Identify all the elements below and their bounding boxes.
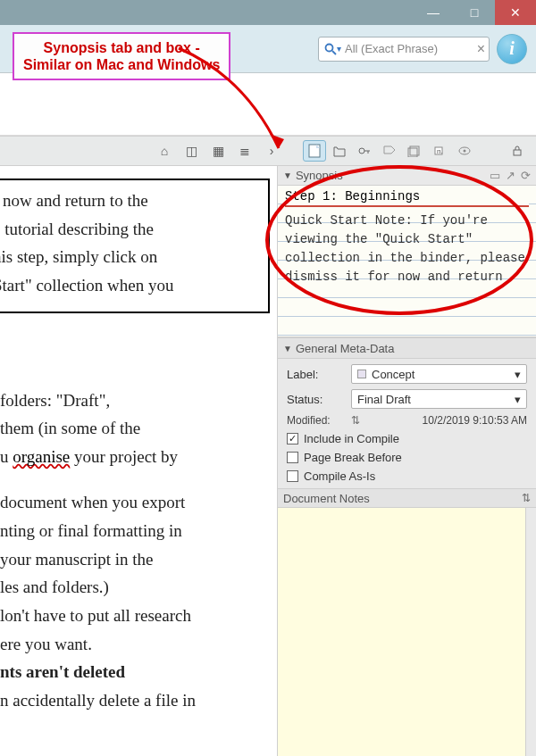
label-swatch-icon bbox=[357, 370, 366, 378]
snapshot-tab[interactable] bbox=[328, 140, 351, 162]
search-placeholder: All (Exact Phrase) bbox=[341, 42, 477, 55]
close-button[interactable]: ✕ bbox=[495, 0, 536, 25]
view-tab[interactable] bbox=[453, 140, 476, 162]
custom-meta-tab[interactable]: n. bbox=[428, 140, 451, 162]
editor-line: lon't have to put all research bbox=[0, 604, 270, 627]
toolbar-gap bbox=[0, 73, 536, 136]
document-notes-label: Document Notes bbox=[283, 492, 370, 505]
editor-pane[interactable]: r now and return to the e tutorial descr… bbox=[0, 166, 277, 756]
synopsis-header[interactable]: ▼ Synopsis ▭ ↗ ⟳ bbox=[278, 166, 536, 186]
disclosure-triangle-icon[interactable]: ▼ bbox=[283, 344, 292, 353]
status-label: Status: bbox=[287, 393, 344, 406]
editor-line: folders: "Draft", bbox=[0, 389, 270, 412]
svg-point-0 bbox=[326, 44, 333, 51]
synopsis-header-label: Synopsis bbox=[296, 169, 343, 182]
editor-line: document when you export bbox=[0, 491, 270, 514]
inspector-pane: ▼ Synopsis ▭ ↗ ⟳ Step 1: Beginnings Quic… bbox=[277, 166, 536, 756]
svg-rect-12 bbox=[514, 150, 521, 155]
svg-point-3 bbox=[359, 148, 364, 154]
card-image-icon[interactable]: ▭ bbox=[490, 169, 500, 182]
general-meta-header[interactable]: ▼ General Meta-Data bbox=[278, 337, 536, 359]
main-split: r now and return to the e tutorial descr… bbox=[0, 166, 536, 756]
corkboard-icon[interactable]: ▦ bbox=[206, 140, 230, 162]
general-meta-label: General Meta-Data bbox=[296, 342, 395, 355]
home-icon[interactable]: ⌂ bbox=[153, 140, 176, 162]
document-notes-header[interactable]: Document Notes ⇅ bbox=[278, 488, 536, 508]
modified-label: Modified: bbox=[287, 414, 344, 427]
document-notes-area[interactable] bbox=[278, 508, 536, 756]
editor-line: ere you want. bbox=[0, 633, 270, 656]
window-titlebar: — □ ✕ bbox=[0, 0, 536, 25]
minimize-button[interactable]: — bbox=[413, 0, 454, 25]
editor-line: les and folders.) bbox=[0, 576, 270, 599]
svg-point-11 bbox=[464, 150, 466, 153]
svg-text:n.: n. bbox=[437, 147, 443, 155]
comments-tab[interactable] bbox=[378, 140, 401, 162]
editor-line: nts aren't deleted bbox=[0, 660, 270, 684]
editor-line: your manuscript in the bbox=[0, 548, 270, 571]
synopsis-tab[interactable] bbox=[303, 140, 326, 162]
clear-search-icon[interactable]: × bbox=[477, 41, 485, 57]
editor-line: them (in some of the bbox=[0, 417, 270, 440]
lock-icon[interactable] bbox=[506, 140, 529, 162]
notes-sort-icon[interactable]: ⇅ bbox=[522, 492, 531, 504]
label-label: Label: bbox=[287, 368, 344, 381]
index-card[interactable]: Step 1: Beginnings Quick Start Note: If … bbox=[278, 186, 536, 337]
annotation-callout: Synopsis tab and box - Similar on Mac an… bbox=[13, 32, 230, 80]
chevron-down-icon: ▾ bbox=[515, 393, 521, 406]
editor-line: nting or final formatting in bbox=[0, 519, 270, 543]
search-input[interactable]: ▾ All (Exact Phrase) × bbox=[318, 37, 490, 62]
card-title[interactable]: Step 1: Beginnings bbox=[285, 186, 529, 207]
editor-line: n accidentally delete a file in bbox=[0, 689, 270, 712]
compile-as-is-checkbox[interactable]: Compile As-Is bbox=[287, 469, 527, 483]
view-mode-row: ⌂ ◫ ▦ ≣ › n. bbox=[0, 136, 536, 166]
status-dropdown[interactable]: Final Draft ▾ bbox=[351, 389, 527, 409]
disclosure-triangle-icon[interactable]: ▼ bbox=[283, 170, 292, 180]
svg-rect-2 bbox=[309, 145, 320, 157]
include-in-compile-checkbox[interactable]: ✓Include in Compile bbox=[287, 432, 527, 445]
editor-line: r now and return to the bbox=[0, 189, 257, 212]
editor-line: u organise your project by bbox=[0, 445, 270, 469]
sort-icon[interactable]: ⇅ bbox=[351, 414, 360, 427]
editor-blank bbox=[0, 473, 270, 486]
editor-line: Start" collection when you bbox=[0, 274, 257, 297]
svg-line-1 bbox=[332, 51, 336, 54]
bookmark-icon[interactable]: ◫ bbox=[180, 140, 203, 162]
card-body[interactable]: Quick Start Note: If you're viewing the … bbox=[285, 207, 529, 287]
page-break-before-checkbox[interactable]: Page Break Before bbox=[287, 451, 527, 464]
related-tab[interactable] bbox=[403, 140, 426, 162]
chevron-right-icon[interactable]: › bbox=[260, 140, 283, 162]
label-dropdown[interactable]: Concept ▾ bbox=[351, 364, 527, 384]
card-expand-icon[interactable]: ↗ bbox=[506, 169, 515, 182]
modified-value: 10/2/2019 9:10:53 AM bbox=[367, 414, 527, 427]
outliner-icon[interactable]: ≣ bbox=[233, 140, 256, 162]
editor-line: e tutorial describing the bbox=[0, 218, 257, 241]
keywords-tab[interactable] bbox=[353, 140, 376, 162]
maximize-button[interactable]: □ bbox=[454, 0, 495, 25]
card-sync-icon[interactable]: ⟳ bbox=[521, 169, 531, 182]
chevron-down-icon: ▾ bbox=[515, 368, 521, 381]
info-button[interactable]: i bbox=[497, 34, 527, 64]
editor-highlight-box: r now and return to the e tutorial descr… bbox=[0, 179, 270, 313]
meta-body: Label: Concept ▾ Status: Final Draft ▾ M… bbox=[278, 359, 536, 488]
scrollbar[interactable] bbox=[525, 508, 536, 756]
editor-line: his step, simply click on bbox=[0, 245, 257, 269]
